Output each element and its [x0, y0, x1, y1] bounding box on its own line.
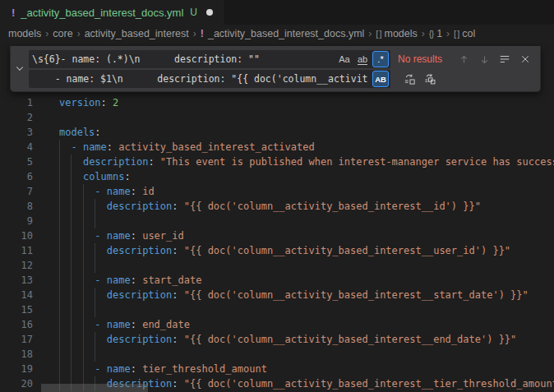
line-number: 17 — [0, 332, 33, 347]
replace-button[interactable] — [400, 70, 418, 88]
line-number: 2 — [0, 110, 33, 125]
code-token: : — [172, 289, 183, 301]
code-token: user_id — [142, 230, 184, 242]
code-token — [59, 230, 95, 242]
replace-input[interactable] — [29, 70, 390, 88]
indent-guide — [95, 243, 95, 258]
code-line: 11 description: "{{ doc('column__activit… — [0, 243, 554, 258]
code-token: - — [95, 274, 106, 286]
code-line: 18 — [0, 347, 554, 362]
line-number: 4 — [0, 140, 33, 154]
whole-word-toggle[interactable]: ab — [354, 51, 371, 67]
line-text: - name: user_id — [59, 228, 554, 243]
replace-all-button[interactable] — [421, 70, 439, 88]
indent-guide — [71, 332, 72, 347]
editor-pane[interactable]: Aa ab .* No results — [0, 43, 554, 392]
code-token: - — [95, 186, 106, 197]
line-text — [59, 110, 554, 125]
breadcrumb-item[interactable]: models — [8, 28, 41, 39]
close-find-button[interactable] — [516, 50, 534, 68]
code-line: 16 - name: end_date — [0, 317, 554, 332]
line-text: - name: id — [59, 184, 554, 199]
indent-guide — [95, 199, 95, 214]
line-number: 9 — [0, 214, 33, 228]
indent-guide — [59, 228, 60, 243]
code-token: description — [107, 334, 172, 345]
modified-dot-icon[interactable] — [206, 9, 213, 16]
indent-guide — [95, 302, 95, 317]
code-token: - — [95, 363, 106, 375]
indent-guide — [59, 273, 60, 288]
line-text — [59, 214, 554, 228]
code-token: id — [142, 186, 154, 197]
breadcrumb-item[interactable]: [ ]col — [454, 28, 475, 39]
close-icon — [520, 54, 530, 64]
horizontal-scrollbar-thumb[interactable] — [41, 384, 148, 392]
breadcrumb-item[interactable]: core — [53, 28, 72, 39]
line-text: description: "{{ doc('column__activity_b… — [59, 243, 554, 258]
yaml-file-icon: ! — [12, 7, 15, 19]
code-line: 1version: 2 — [0, 95, 554, 110]
code-token: : — [101, 97, 113, 108]
find-in-selection-button[interactable] — [496, 50, 514, 68]
line-number: 15 — [0, 302, 33, 317]
line-number: 5 — [0, 154, 33, 169]
indent-guide — [59, 332, 60, 347]
breadcrumb-item[interactable]: activity_based_interest — [85, 28, 189, 39]
tab-active-file[interactable]: ! _activity_based_interest_docs.yml U — [0, 0, 225, 25]
indent-guide — [59, 184, 60, 199]
code-token: name — [107, 274, 131, 286]
breadcrumb-label: _activity_based_interest_docs.yml — [208, 28, 364, 39]
toggle-replace-button[interactable] — [11, 46, 29, 91]
code-token: "This event is published when interest-m… — [160, 156, 554, 168]
indent-guide — [59, 154, 60, 169]
line-number: 6 — [0, 169, 33, 184]
line-number: 11 — [0, 243, 33, 258]
code-token: "{{ doc('column__activity_based_interest… — [184, 378, 554, 390]
indent-guide — [83, 288, 84, 302]
line-text — [59, 302, 554, 317]
tab-bar: ! _activity_based_interest_docs.yml U — [0, 0, 554, 25]
line-number: 12 — [0, 258, 33, 273]
breadcrumb-item[interactable]: {}1 — [429, 28, 442, 39]
code-line: 7 - name: id — [0, 184, 554, 199]
code-token: name — [107, 363, 131, 375]
indent-guide — [95, 214, 95, 228]
breadcrumb-item[interactable]: !_activity_based_interest_docs.yml — [201, 28, 365, 39]
breadcrumb-separator-icon: › — [422, 28, 425, 39]
indent-guide — [95, 288, 95, 302]
line-text: description: "{{ doc('column__activity_b… — [59, 288, 554, 302]
code-token: : — [131, 230, 142, 242]
match-case-toggle[interactable]: Aa — [336, 51, 353, 67]
indent-guide — [59, 140, 60, 154]
code-line: 15 — [0, 302, 554, 317]
code-token: : — [131, 186, 142, 197]
code-line: 9 — [0, 214, 554, 228]
code-token: description — [107, 245, 172, 256]
breadcrumb-label: activity_based_interest — [85, 28, 189, 39]
breadcrumb-item[interactable]: [ ]models — [376, 28, 417, 39]
line-text: version: 2 — [59, 95, 554, 110]
indent-guide — [83, 228, 84, 243]
indent-guide — [83, 243, 84, 258]
line-text: models: — [59, 125, 554, 140]
arrow-down-icon — [479, 54, 490, 65]
code-token: : — [107, 141, 118, 153]
previous-match-button[interactable] — [455, 50, 473, 68]
find-results-status: No results — [398, 53, 452, 65]
code-token: - — [95, 230, 106, 242]
preserve-case-toggle[interactable]: AB — [372, 71, 389, 87]
indent-guide — [59, 362, 60, 376]
code-line: 14 description: "{{ doc('column__activit… — [0, 288, 554, 302]
code-area[interactable]: 1version: 223models:4 - name: activity_b… — [0, 95, 554, 391]
indent-guide — [71, 347, 72, 362]
regex-toggle[interactable]: .* — [372, 51, 389, 67]
code-token: "{{ doc('column__activity_based_interest… — [184, 289, 529, 301]
line-number: 18 — [0, 347, 33, 362]
code-token: name — [107, 230, 131, 242]
indent-guide — [71, 258, 72, 273]
indent-guide — [71, 288, 72, 302]
next-match-button[interactable] — [475, 50, 493, 68]
line-number: 1 — [0, 95, 33, 110]
tab-filename: _activity_based_interest_docs.yml — [21, 7, 183, 19]
